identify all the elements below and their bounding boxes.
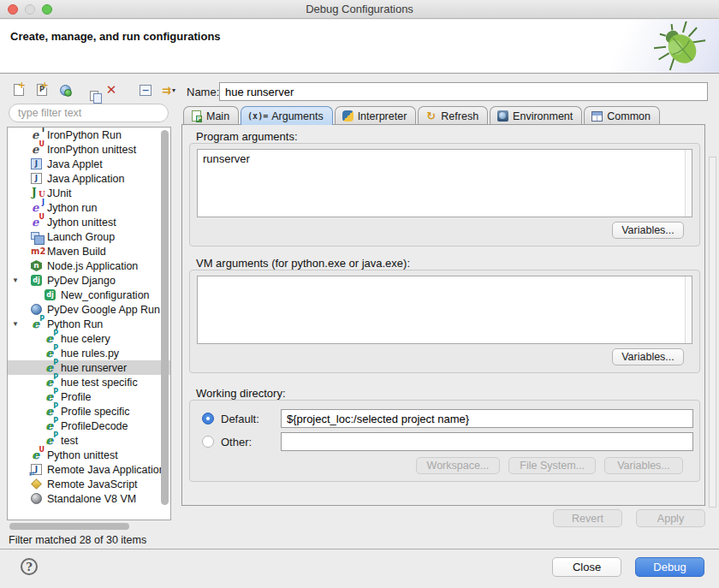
workspace-button[interactable]: Workspace...	[416, 457, 501, 474]
tab-main[interactable]: Main	[183, 106, 239, 125]
tree-item-jython-run[interactable]: eJJython run	[8, 200, 170, 215]
tree-item-hue-runserver[interactable]: ePhue runserver	[8, 360, 170, 375]
dialog-banner: Create, manage, and run configurations	[0, 20, 719, 74]
filter-input[interactable]	[9, 104, 169, 122]
tree-item-ironpython-unittest[interactable]: eUIronPython unittest	[8, 142, 170, 157]
tree-item-launch-group[interactable]: Launch Group	[8, 229, 170, 244]
tree-item-pydev-google-app-run[interactable]: PyDev Google App Run	[8, 302, 170, 317]
pydev-django-icon: dj	[44, 288, 58, 301]
python-tab-icon	[342, 110, 354, 122]
tree-item-label: Node.js Application	[47, 260, 138, 272]
tree-item-label: New_configuration	[61, 289, 150, 301]
tree-item-remote-javascript[interactable]: Remote JavaScript	[8, 477, 170, 491]
tree-item-profile[interactable]: ePProfile	[8, 389, 170, 404]
tree-item-node-js-application[interactable]: nNode.js Application	[8, 258, 170, 273]
vm-arguments-label: VM arguments (for python.exe or java.exe…	[196, 257, 410, 270]
tree-item-java-applet[interactable]: JJava Applet	[8, 157, 170, 171]
tree-item-pydev-django[interactable]: ▼djPyDev Django	[8, 273, 170, 288]
expand-caret-icon[interactable]: ▼	[12, 320, 19, 328]
new-prototype-button[interactable]: P+	[33, 82, 51, 98]
tree-item-junit[interactable]: JUJUnit	[8, 186, 170, 200]
maven-build-icon: m2	[30, 245, 45, 258]
main-tab-icon	[190, 110, 203, 122]
configuration-name-input[interactable]	[219, 82, 708, 101]
tree-item-hue-test-specific[interactable]: ePhue test specific	[8, 375, 170, 389]
tab-label: Arguments	[271, 110, 323, 122]
tree-item-standalone-v8-vm[interactable]: Standalone V8 VM	[8, 491, 170, 506]
tree-item-test[interactable]: ePtest	[8, 433, 170, 448]
ironpython-unittest-icon: eU	[30, 143, 45, 156]
jython-run-icon: eJ	[30, 201, 45, 214]
python-run-icon: eP	[44, 434, 58, 447]
tab-environment[interactable]: Environment	[490, 106, 582, 125]
vm-arguments-variables-button[interactable]: Variables...	[612, 348, 684, 365]
textarea-scrollbar[interactable]	[685, 150, 692, 217]
tree-item-label: hue rules.py	[61, 347, 119, 359]
other-radio-label: Other:	[221, 436, 252, 448]
debug-button[interactable]: Debug	[635, 557, 704, 577]
new-launch-configuration-button[interactable]: +	[10, 82, 27, 98]
tree-horizontal-scrollbar[interactable]	[7, 522, 171, 531]
tree-item-hue-rules-py[interactable]: ePhue rules.py	[8, 346, 170, 360]
export-launch-configurations-button[interactable]	[56, 82, 74, 98]
tree-item-label: IronPython unittest	[47, 144, 136, 156]
tree-item-label: hue runserver	[61, 362, 127, 374]
apply-button[interactable]: Apply	[636, 509, 705, 527]
title-bar: Debug Configurations	[0, 0, 719, 19]
tree-item-profile-specific[interactable]: ePProfile specific	[8, 404, 170, 419]
tree-item-label: IronPython Run	[47, 129, 122, 141]
tree-item-profiledecode[interactable]: ePProfileDecode	[8, 419, 170, 433]
tree-vertical-scrollbar[interactable]	[161, 130, 169, 517]
tree-item-remote-java-application[interactable]: J⇄Remote Java Application	[8, 462, 170, 477]
tree-item-python-run[interactable]: ▼ePPython Run	[8, 317, 170, 331]
variables-button[interactable]: Variables...	[604, 457, 683, 474]
banner-title: Create, manage, and run configurations	[10, 30, 221, 43]
delete-launch-configuration-button[interactable]: ✕	[103, 82, 120, 98]
textarea-scrollbar[interactable]	[685, 276, 692, 343]
revert-button[interactable]: Revert	[553, 509, 622, 527]
other-radio[interactable]	[202, 436, 214, 448]
apply-row: Revert Apply	[181, 509, 705, 527]
panel-scrollbar[interactable]	[709, 157, 716, 508]
tab-label: Interpreter	[358, 110, 407, 122]
pydev-google-app-icon	[30, 303, 45, 316]
collapse-all-button[interactable]: −	[137, 82, 154, 98]
tree-item-hue-celery[interactable]: ePhue celery	[8, 331, 170, 346]
vm-arguments-textarea[interactable]	[197, 276, 692, 344]
tree-item-java-application[interactable]: JJava Application	[8, 171, 170, 186]
filter-menu-icon: ⇉▾	[162, 85, 175, 96]
other-directory-input[interactable]	[281, 432, 693, 451]
python-run-icon: eP	[44, 332, 58, 345]
default-radio[interactable]	[202, 413, 214, 425]
tree-item-new-configuration[interactable]: djNew_configuration	[8, 288, 170, 302]
tab-label: Main	[206, 110, 229, 122]
file-system-button[interactable]: File System...	[508, 457, 596, 474]
filter-launch-configurations-button[interactable]: ⇉▾	[160, 82, 177, 98]
remote-javascript-icon	[30, 478, 45, 490]
python-run-icon: eP	[30, 318, 45, 330]
working-directory-group: Default: Other: Workspace...File System.…	[189, 400, 700, 482]
tab-refresh[interactable]: ↻Refresh	[418, 106, 488, 125]
program-arguments-textarea[interactable]: runserver	[197, 149, 692, 217]
tab-common[interactable]: Common	[584, 106, 660, 125]
configuration-tabs: Main(x)=ArgumentsInterpreter↻RefreshEnvi…	[183, 105, 662, 125]
tree-item-jython-unittest[interactable]: eUJython unittest	[8, 215, 170, 229]
help-button[interactable]: ?	[21, 558, 38, 575]
duplicate-launch-configuration-button[interactable]	[80, 82, 97, 98]
tree-item-ironpython-run[interactable]: eIIronPython Run	[8, 128, 170, 142]
launch-group-icon	[30, 230, 45, 243]
tab-arguments[interactable]: (x)=Arguments	[241, 106, 333, 125]
close-button[interactable]: Close	[552, 557, 621, 577]
remote-java-application-icon: J⇄	[30, 463, 45, 476]
common-tab-icon	[591, 110, 603, 122]
tree-item-label: Profile specific	[61, 406, 130, 418]
tree-item-label: Remote Java Application	[47, 464, 165, 476]
tree-item-python-unittest[interactable]: eUPython unittest	[8, 448, 170, 462]
tab-interpreter[interactable]: Interpreter	[335, 106, 417, 125]
expand-caret-icon[interactable]: ▼	[12, 276, 19, 284]
python-run-icon: eP	[44, 405, 58, 418]
tree-item-maven-build[interactable]: m2Maven Build	[8, 244, 170, 258]
main-area: +P+✕−⇉▾ eIIronPython RuneUIronPython uni…	[0, 74, 719, 549]
default-directory-input[interactable]	[281, 409, 693, 428]
program-arguments-variables-button[interactable]: Variables...	[612, 222, 684, 239]
